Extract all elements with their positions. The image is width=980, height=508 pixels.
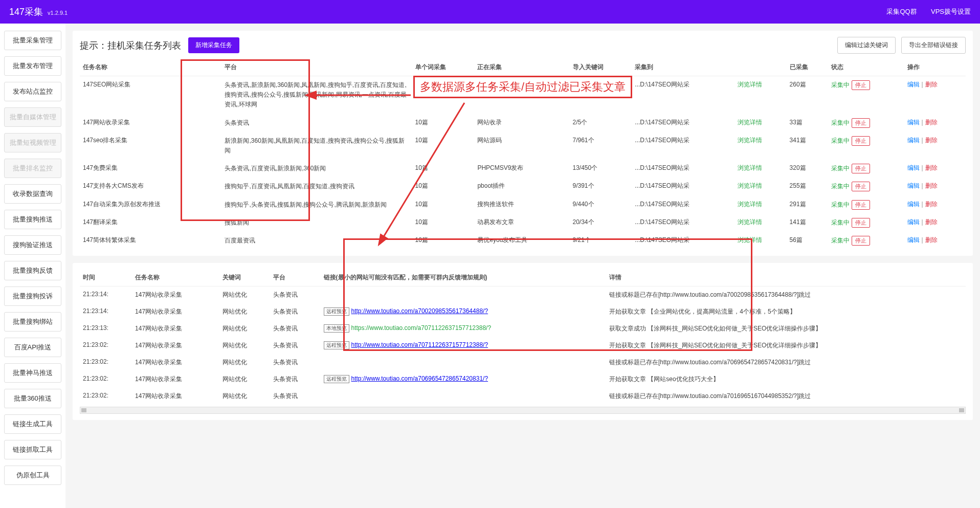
- task-detail-link[interactable]: 浏览详情: [738, 218, 762, 226]
- task-edit-link[interactable]: 编辑: [907, 201, 920, 208]
- task-done: 291篇: [787, 196, 828, 214]
- sidebar-item-8[interactable]: 搜狗验证推送: [4, 235, 61, 255]
- task-delete-link[interactable]: 删除: [925, 201, 938, 208]
- task-stop-button[interactable]: 停止: [852, 236, 870, 246]
- task-stop-button[interactable]: 停止: [852, 218, 870, 228]
- sidebar-item-1[interactable]: 批量发布管理: [4, 56, 61, 76]
- qq-group-link[interactable]: 采集QQ群: [886, 8, 917, 15]
- log-time: 21:23:02:: [80, 371, 132, 388]
- task-name: 147seo排名采集: [80, 132, 221, 160]
- sidebar-item-13[interactable]: 批量神马推送: [4, 363, 61, 383]
- sidebar-item-12[interactable]: 百度API推送: [4, 338, 61, 357]
- sidebar-item-14[interactable]: 批量360推送: [4, 389, 61, 408]
- sidebar-item-16[interactable]: 链接抓取工具: [4, 440, 61, 459]
- task-edit-link[interactable]: 编辑: [907, 218, 920, 226]
- table-row: 147自动采集为原创发布推送搜狗知乎,头条资讯,搜狐新闻,搜狗公众号,腾讯新闻,…: [80, 196, 966, 214]
- task-delete-link[interactable]: 删除: [925, 137, 938, 144]
- topbar-right: 采集QQ群 VPS拨号设置: [874, 7, 971, 16]
- task-stop-button[interactable]: 停止: [852, 80, 870, 90]
- log-task: 147网站收录采集: [132, 354, 219, 371]
- task-delete-link[interactable]: 删除: [925, 218, 938, 226]
- task-detail-link[interactable]: 浏览详情: [738, 182, 762, 189]
- task-done: 33篇: [787, 114, 828, 132]
- horizontal-scrollbar[interactable]: [80, 407, 966, 414]
- task-current: 网站源码: [474, 132, 569, 160]
- sidebar-item-3: 批量自媒体管理: [4, 107, 61, 127]
- task-edit-link[interactable]: 编辑: [907, 81, 920, 88]
- log-link-cell: 本地预览https://www.toutiao.com/a70711226371…: [321, 320, 606, 337]
- task-delete-link[interactable]: 删除: [925, 182, 938, 189]
- task-done: 56篇: [787, 232, 828, 250]
- sidebar-item-7[interactable]: 批量搜狗推送: [4, 210, 61, 229]
- task-stop-button[interactable]: 停止: [852, 200, 870, 210]
- vps-settings-link[interactable]: VPS拨号设置: [931, 8, 971, 15]
- task-detail-link[interactable]: 浏览详情: [738, 119, 762, 126]
- task-done: 260篇: [787, 76, 828, 114]
- tasks-column-header: 正在采集: [474, 59, 569, 76]
- sidebar-item-0[interactable]: 批量采集管理: [4, 31, 61, 50]
- task-detail-link[interactable]: 浏览详情: [738, 81, 762, 88]
- task-detail-link[interactable]: 浏览详情: [738, 164, 762, 171]
- log-link-cell: [321, 286, 606, 304]
- log-column-header: 关键词: [219, 269, 270, 286]
- task-delete-link[interactable]: 删除: [925, 236, 938, 244]
- export-errors-button[interactable]: 导出全部错误链接: [901, 37, 966, 54]
- task-stop-button[interactable]: 停止: [852, 182, 870, 191]
- task-edit-link[interactable]: 编辑: [907, 236, 920, 244]
- filter-keywords-button[interactable]: 编辑过滤关键词: [837, 37, 896, 54]
- log-link[interactable]: http://www.toutiao.com/a7069654728657420…: [351, 375, 488, 382]
- log-link[interactable]: http://www.toutiao.com/a7002098535617364…: [351, 307, 488, 315]
- task-per: 10篇: [412, 178, 475, 195]
- task-name: 147SEO网站采集: [80, 76, 221, 114]
- brand-version: v1.2.9.1: [48, 10, 68, 16]
- sidebar-item-17[interactable]: 伪原创工具: [4, 466, 61, 485]
- task-keywords: 9/440个: [570, 196, 632, 214]
- preview-tag: 本地预览: [324, 324, 349, 333]
- sidebar: 批量采集管理批量发布管理发布站点监控批量自媒体管理批量短视频管理批量排名监控收录…: [0, 24, 65, 508]
- task-detail-link[interactable]: 浏览详情: [738, 236, 762, 244]
- log-scroll[interactable]: 时间任务名称关键词平台链接(最小的网站可能没有匹配，如需要可群内反馈增加规则)详…: [80, 269, 966, 405]
- task-status: 采集中: [831, 119, 850, 126]
- sidebar-item-6[interactable]: 收录数据查询: [4, 184, 61, 204]
- sidebar-item-11[interactable]: 批量搜狗绑站: [4, 312, 61, 332]
- task-name: 147支持各大CMS发布: [80, 178, 221, 195]
- task-dest: ...D:\147SEO网站采: [632, 132, 734, 160]
- sidebar-item-9[interactable]: 批量搜狗反馈: [4, 261, 61, 280]
- table-row: 147seo排名采集新浪新闻,360新闻,凤凰新闻,百度知道,搜狗资讯,搜狗公众…: [80, 132, 966, 160]
- log-task: 147网站收录采集: [132, 388, 219, 405]
- task-name: 147免费采集: [80, 160, 221, 178]
- task-per: 7篇: [412, 76, 475, 114]
- log-task: 147网站收录采集: [132, 303, 219, 320]
- task-stop-button[interactable]: 停止: [852, 118, 870, 128]
- task-platform: 百度最资讯: [221, 232, 412, 250]
- log-platform: 头条资讯: [270, 354, 321, 371]
- task-edit-link[interactable]: 编辑: [907, 164, 920, 171]
- log-detail: 链接或标题已存在[http://www.toutiao.com/a7016965…: [606, 388, 966, 405]
- brand-name: 147采集: [9, 7, 43, 17]
- log-detail: 链接或标题已存在[http://www.toutiao.com/a7069654…: [606, 354, 966, 371]
- task-delete-link[interactable]: 删除: [925, 164, 938, 171]
- log-keyword: 网站优化: [219, 303, 270, 320]
- tasks-column-header: 已采集: [787, 59, 828, 76]
- sidebar-item-2[interactable]: 发布站点监控: [4, 82, 61, 101]
- task-edit-link[interactable]: 编辑: [907, 182, 920, 189]
- table-row: 147免费采集头条资讯,百度资讯,新浪新闻,360新闻10篇PHPCMSV9发布…: [80, 160, 966, 178]
- task-per: 10篇: [412, 114, 475, 132]
- task-stop-button[interactable]: 停止: [852, 164, 870, 173]
- add-task-button[interactable]: 新增采集任务: [188, 37, 239, 53]
- task-detail-link[interactable]: 浏览详情: [738, 201, 762, 208]
- task-current: pboot插件: [474, 178, 569, 195]
- task-delete-link[interactable]: 删除: [925, 81, 938, 88]
- sidebar-item-15[interactable]: 链接生成工具: [4, 414, 61, 434]
- task-detail-link[interactable]: 浏览详情: [738, 137, 762, 144]
- sidebar-item-10[interactable]: 批量搜狗投诉: [4, 286, 61, 306]
- log-link[interactable]: http://www.toutiao.com/a7071122637157712…: [351, 341, 488, 348]
- log-row: 21:23:02:147网站收录采集网站优化头条资讯链接或标题已存在[http:…: [80, 388, 966, 405]
- task-keywords: 20/34个: [570, 214, 632, 232]
- task-delete-link[interactable]: 删除: [925, 119, 938, 126]
- log-row: 21:23:14:147网站收录采集网站优化头条资讯远程预览http://www…: [80, 303, 966, 320]
- log-link[interactable]: https://www.toutiao.com/a707112263715771…: [351, 324, 492, 332]
- task-edit-link[interactable]: 编辑: [907, 137, 920, 144]
- task-stop-button[interactable]: 停止: [852, 136, 870, 146]
- task-edit-link[interactable]: 编辑: [907, 119, 920, 126]
